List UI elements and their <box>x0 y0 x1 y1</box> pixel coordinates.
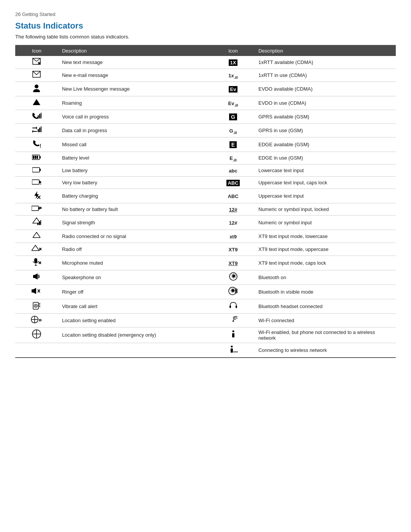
svg-text:!: ! <box>40 143 41 148</box>
left-desc-3: Roaming <box>58 96 199 110</box>
section-intro: The following table lists common status … <box>15 34 396 40</box>
right-desc-13: XT9 text input mode, lowercase <box>255 230 396 243</box>
left-icon-4 <box>15 110 58 124</box>
svg-rect-11 <box>38 129 39 132</box>
right-desc-4: GPRS available (GSM) <box>255 110 396 124</box>
svg-line-2 <box>37 58 40 61</box>
right-desc-16: Bluetooth on <box>255 270 396 284</box>
svg-line-1 <box>33 58 37 61</box>
left-desc-18: Vibrate call alert <box>58 299 199 313</box>
svg-rect-32 <box>37 223 38 225</box>
page-title: Status Indicators <box>15 21 396 31</box>
right-icon-11: 12# <box>212 203 255 215</box>
left-desc-9: Very low battery <box>58 176 199 189</box>
left-desc-21 <box>58 343 199 358</box>
svg-rect-12 <box>39 128 40 132</box>
col2-icon-header: Icon <box>212 45 255 56</box>
right-desc-10: Uppercase text input <box>255 189 396 203</box>
right-icon-10: ABC <box>212 189 255 203</box>
right-desc-18: Bluetooth headset connected <box>255 299 396 313</box>
right-icon-5: G.ill <box>212 124 255 137</box>
right-desc-21: Connecting to wireless network <box>255 343 396 358</box>
right-icon-2: Ev <box>212 82 255 96</box>
right-icon-19 <box>212 313 255 327</box>
left-icon-15 <box>15 256 58 270</box>
left-desc-4: Voice call in progress <box>58 110 199 124</box>
right-desc-14: XT9 text input mode, uppercase <box>255 243 396 256</box>
left-desc-12: Signal strength <box>58 215 199 230</box>
right-desc-5: GPRS in use (GSM) <box>255 124 396 137</box>
right-desc-20: Wi-Fi enabled, but phone not connected t… <box>255 327 396 343</box>
svg-line-55 <box>39 303 40 304</box>
right-icon-12: 12# <box>212 215 255 230</box>
left-desc-1: New e-mail message <box>58 69 199 82</box>
col1-desc-header: Description <box>58 45 199 56</box>
right-icon-7: E.ill <box>212 152 255 165</box>
svg-rect-34 <box>40 220 41 225</box>
left-icon-9: ! <box>15 176 58 189</box>
left-icon-7 <box>15 152 58 165</box>
right-desc-8: Lowercase text input <box>255 164 396 176</box>
left-desc-6: Missed call <box>58 137 199 152</box>
left-icon-10 <box>15 189 58 203</box>
left-icon-8 <box>15 164 58 176</box>
left-icon-18 <box>15 299 58 313</box>
svg-line-57 <box>39 306 40 307</box>
left-desc-10: Battery charging <box>58 189 199 203</box>
right-icon-13: xt9 <box>212 230 255 243</box>
left-icon-6: ! <box>15 137 58 152</box>
right-icon-21 <box>212 343 255 358</box>
right-desc-17: Bluetooth in visible mode <box>255 284 396 299</box>
svg-rect-8 <box>38 115 39 118</box>
right-desc-6: EDGE available (GSM) <box>255 137 396 152</box>
right-icon-3: Ev.ill <box>212 96 255 110</box>
left-desc-8: Low battery <box>58 164 199 176</box>
left-desc-5: Data call in progress <box>58 124 199 137</box>
left-icon-2 <box>15 82 58 96</box>
left-icon-11 <box>15 203 58 215</box>
svg-rect-9 <box>39 114 40 118</box>
left-icon-5 <box>15 124 58 137</box>
col1-icon-header: Icon <box>15 45 58 56</box>
left-desc-11: No battery or battery fault <box>58 203 199 215</box>
left-desc-7: Battery level <box>58 152 199 165</box>
right-desc-1: 1xRTT in use (CDMA) <box>255 69 396 82</box>
svg-point-54 <box>35 305 37 306</box>
left-desc-20: Location setting disabled (emergency onl… <box>58 327 199 343</box>
right-icon-6: E <box>212 137 255 152</box>
left-desc-17: Ringer off <box>58 284 199 299</box>
right-desc-7: EDGE in use (GSM) <box>255 152 396 165</box>
svg-rect-28 <box>38 207 40 209</box>
svg-point-74 <box>233 351 234 352</box>
left-icon-20 <box>15 327 58 343</box>
left-icon-1 <box>15 69 58 82</box>
right-icon-20 <box>212 327 255 343</box>
right-icon-15: XT9 <box>212 256 255 270</box>
right-icon-4: G <box>212 110 255 124</box>
svg-point-70 <box>231 345 233 347</box>
left-icon-13 <box>15 230 58 243</box>
svg-text:✷: ✷ <box>231 273 237 280</box>
svg-rect-33 <box>39 221 40 225</box>
svg-rect-17 <box>33 156 34 159</box>
svg-point-68 <box>232 331 234 332</box>
svg-rect-71 <box>231 348 233 353</box>
svg-point-72 <box>235 351 236 352</box>
left-icon-16 <box>15 270 58 284</box>
svg-rect-16 <box>40 156 41 158</box>
right-icon-0: 1X <box>212 56 255 69</box>
right-desc-3: EVDO in use (CDMA) <box>255 96 396 110</box>
left-desc-14: Radio off <box>58 243 199 256</box>
svg-rect-19 <box>37 156 38 159</box>
right-icon-1: 1x.ill <box>212 69 255 82</box>
right-desc-0: 1xRTT available (CDMA) <box>255 56 396 69</box>
right-icon-18 <box>212 299 255 313</box>
right-icon-16: ✷ <box>212 270 255 284</box>
svg-rect-13 <box>41 126 41 132</box>
left-desc-0: New text message <box>58 56 199 69</box>
status-indicators-table: Icon Description Icon Description New te… <box>15 45 396 358</box>
right-desc-11: Numeric or symbol input, locked <box>255 203 396 215</box>
left-desc-2: New Live Messenger message <box>58 82 199 96</box>
svg-point-64 <box>233 320 234 322</box>
svg-rect-69 <box>232 333 234 337</box>
